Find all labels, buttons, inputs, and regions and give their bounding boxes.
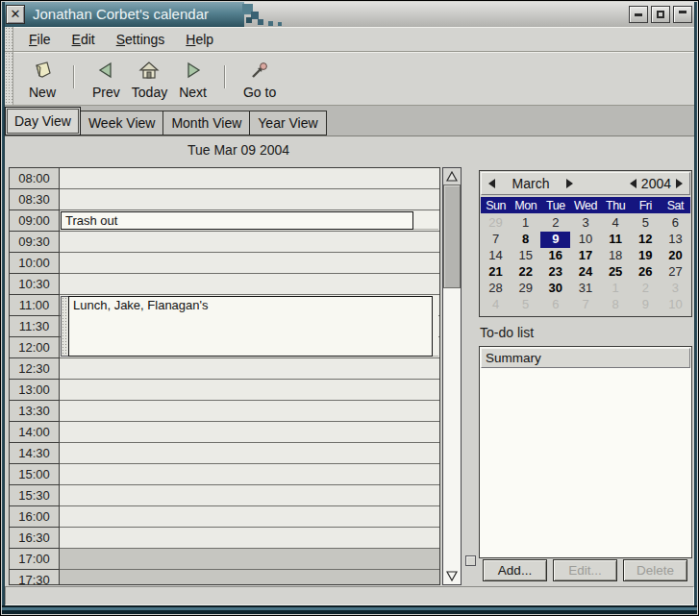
new-button[interactable]: New bbox=[23, 58, 62, 102]
goto-button[interactable]: Go to bbox=[237, 58, 282, 102]
calendar-day[interactable]: 22 bbox=[511, 264, 540, 281]
status-bar bbox=[5, 586, 694, 605]
mini-calendar-header: March 2004 bbox=[481, 172, 690, 195]
calendar-day[interactable]: 7 bbox=[570, 297, 600, 313]
todo-summary-column-header[interactable]: Summary bbox=[481, 348, 690, 368]
toolbar-separator bbox=[224, 65, 226, 88]
calendar-day[interactable]: 20 bbox=[661, 248, 690, 264]
menubar-grip-handle[interactable] bbox=[5, 27, 13, 51]
event-drag-handle[interactable] bbox=[61, 296, 68, 357]
todo-action-button: Add... bbox=[483, 559, 547, 581]
calendar-day[interactable]: 3 bbox=[661, 281, 690, 297]
today-button[interactable]: Today bbox=[126, 58, 173, 102]
next-month-icon[interactable] bbox=[566, 179, 573, 188]
calendar-day[interactable]: 15 bbox=[511, 248, 540, 264]
calendar-day[interactable]: 4 bbox=[481, 297, 511, 313]
calendar-day[interactable]: 21 bbox=[481, 264, 511, 281]
menu-item[interactable]: File bbox=[21, 32, 59, 47]
toolbar-grip-handle[interactable] bbox=[5, 52, 13, 105]
calendar-day[interactable]: 10 bbox=[661, 297, 690, 313]
calendar-day[interactable]: 25 bbox=[601, 264, 631, 281]
calendar-day[interactable]: 2 bbox=[631, 281, 661, 297]
calendar-day[interactable]: 26 bbox=[631, 264, 661, 281]
menu-item[interactable]: Edit bbox=[64, 32, 103, 47]
time-label: 08:30 bbox=[10, 189, 60, 210]
calendar-day[interactable]: 29 bbox=[481, 215, 511, 232]
weekday-label: Sun bbox=[481, 199, 511, 212]
toolbar-label: Next bbox=[179, 85, 207, 100]
toolbar-label: Prev bbox=[92, 85, 120, 100]
scroll-down-icon[interactable] bbox=[443, 568, 461, 584]
calendar-day[interactable]: 29 bbox=[511, 281, 540, 297]
titlebar-deco bbox=[258, 19, 263, 25]
prev-month-icon[interactable] bbox=[488, 179, 495, 188]
calendar-day[interactable]: 10 bbox=[570, 232, 600, 248]
titlebar[interactable]: ✕ Jonathan Corbet's calendar bbox=[2, 2, 697, 27]
calendar-event[interactable]: Lunch, Jake, Flanagan's bbox=[61, 296, 438, 357]
calendar-day[interactable]: 7 bbox=[481, 232, 511, 248]
calendar-day[interactable]: 24 bbox=[570, 264, 600, 281]
menu-item[interactable]: Help bbox=[178, 32, 221, 47]
calendar-day[interactable]: 18 bbox=[601, 248, 631, 264]
calendar-day[interactable]: 5 bbox=[511, 297, 540, 313]
next-year-icon[interactable] bbox=[676, 179, 683, 188]
view-tab[interactable]: Year View bbox=[250, 111, 326, 136]
calendar-day[interactable]: 14 bbox=[481, 248, 511, 264]
calendar-day[interactable]: 1 bbox=[511, 215, 540, 232]
time-label: 14:30 bbox=[10, 443, 60, 464]
calendar-event[interactable]: Trash out bbox=[61, 211, 438, 230]
weekday-label: Tue bbox=[540, 199, 570, 212]
view-tab[interactable]: Week View bbox=[81, 111, 164, 136]
calendar-day[interactable]: 8 bbox=[511, 232, 540, 248]
event-tail bbox=[433, 296, 438, 357]
calendar-day[interactable]: 1 bbox=[601, 281, 631, 297]
calendar-day[interactable]: 13 bbox=[661, 232, 690, 248]
calendar-day[interactable]: 9 bbox=[540, 232, 570, 248]
mini-calendar: March 2004 SunMonTueWedThuFriSat 2912345… bbox=[479, 170, 692, 317]
calendar-day[interactable]: 17 bbox=[570, 248, 600, 264]
calendar-day[interactable]: 11 bbox=[601, 232, 631, 248]
calendar-day[interactable]: 23 bbox=[540, 264, 570, 281]
scroll-up-icon[interactable] bbox=[443, 168, 461, 185]
calendar-day[interactable]: 31 bbox=[570, 281, 600, 297]
calendar-day[interactable]: 19 bbox=[631, 248, 661, 264]
next-arrow-icon bbox=[182, 60, 205, 83]
year-label: 2004 bbox=[637, 176, 676, 191]
minimize-icon[interactable] bbox=[629, 6, 648, 23]
calendar-day[interactable]: 27 bbox=[661, 264, 690, 281]
calendar-day[interactable]: 16 bbox=[540, 248, 570, 264]
shade-icon[interactable] bbox=[673, 6, 692, 23]
view-tab[interactable]: Day View bbox=[5, 107, 81, 136]
calendar-day[interactable]: 9 bbox=[631, 297, 661, 313]
menu-item[interactable]: Settings bbox=[109, 32, 173, 47]
prev-year-icon[interactable] bbox=[630, 179, 637, 188]
scrollbar-thumb[interactable] bbox=[443, 185, 461, 288]
prev-button[interactable]: Prev bbox=[87, 58, 126, 102]
close-icon[interactable]: ✕ bbox=[6, 5, 25, 24]
window-title: Jonathan Corbet's calendar bbox=[33, 2, 209, 27]
time-label: 09:30 bbox=[10, 232, 60, 253]
calendar-day[interactable]: 6 bbox=[540, 297, 570, 313]
next-button[interactable]: Next bbox=[173, 58, 212, 102]
event-title[interactable]: Trash out bbox=[61, 211, 413, 230]
view-tabs: Day ViewWeek ViewMonth ViewYear View bbox=[5, 106, 694, 136]
event-title[interactable]: Lunch, Jake, Flanagan's bbox=[68, 296, 433, 357]
calendar-day[interactable]: 5 bbox=[631, 215, 661, 232]
window-border-bottom bbox=[2, 605, 697, 614]
calendar-day[interactable]: 8 bbox=[601, 297, 631, 313]
time-label: 09:00 bbox=[10, 210, 60, 232]
maximize-icon[interactable] bbox=[651, 6, 670, 23]
time-label: 10:00 bbox=[10, 253, 60, 274]
calendar-day[interactable]: 6 bbox=[661, 215, 690, 232]
calendar-day[interactable]: 2 bbox=[540, 215, 570, 232]
calendar-day[interactable]: 30 bbox=[540, 281, 570, 297]
calendar-day[interactable]: 12 bbox=[631, 232, 661, 248]
calendar-day[interactable]: 3 bbox=[570, 215, 600, 232]
calendar-day[interactable]: 28 bbox=[481, 281, 511, 297]
day-view-scrollbar[interactable] bbox=[442, 167, 462, 585]
calendar-day[interactable]: 4 bbox=[601, 215, 631, 232]
view-tab[interactable]: Month View bbox=[163, 111, 250, 136]
pane-resize-handle[interactable] bbox=[465, 555, 476, 566]
todo-list-body[interactable] bbox=[481, 369, 690, 556]
time-label: 14:00 bbox=[10, 422, 60, 443]
